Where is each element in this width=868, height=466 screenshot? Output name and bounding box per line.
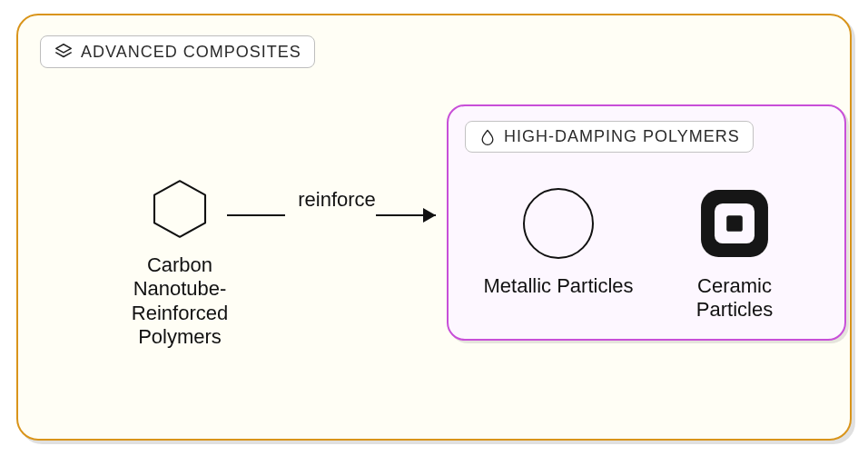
svg-marker-1	[154, 181, 205, 237]
layers-icon	[54, 42, 74, 62]
circle-icon	[481, 184, 636, 262]
high-damping-polymers-title: HIGH-DAMPING POLYMERS	[504, 127, 740, 146]
advanced-composites-badge: ADVANCED COMPOSITES	[40, 35, 315, 68]
metallic-particles-node: Metallic Particles	[481, 184, 636, 298]
square-nested-icon	[657, 184, 812, 262]
advanced-composites-group: ADVANCED COMPOSITES Carbon Nanotube-Rein…	[16, 14, 852, 441]
reinforce-edge: reinforce	[223, 197, 450, 233]
hexagon-icon	[148, 177, 212, 241]
svg-marker-0	[56, 45, 72, 53]
ceramic-particles-node: Ceramic Particles	[657, 184, 812, 322]
drop-icon	[478, 128, 497, 146]
cnt-label: Carbon Nanotube-Reinforced Polymers	[98, 253, 261, 350]
high-damping-polymers-badge: HIGH-DAMPING POLYMERS	[465, 121, 754, 153]
high-damping-polymers-group: HIGH-DAMPING POLYMERS Metallic Particles…	[447, 104, 846, 341]
svg-rect-7	[726, 215, 743, 232]
particles-row: Metallic Particles Ceramic Particles	[449, 184, 844, 322]
advanced-composites-title: ADVANCED COMPOSITES	[81, 43, 301, 62]
edge-label: reinforce	[223, 188, 450, 212]
ceramic-particles-label: Ceramic Particles	[657, 274, 812, 322]
metallic-particles-label: Metallic Particles	[481, 274, 636, 298]
